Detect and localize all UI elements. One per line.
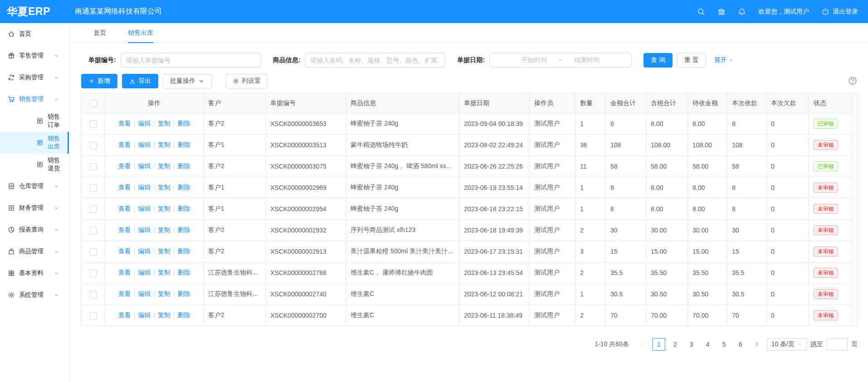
action-view-link[interactable]: 查看	[118, 247, 131, 255]
page-button-3[interactable]: 3	[685, 338, 698, 351]
sidebar-item-purchase[interactable]: 采购管理	[0, 67, 69, 88]
action-delete-link[interactable]: 删除	[177, 205, 190, 212]
logout-button[interactable]: 退出登录	[821, 8, 858, 16]
action-view-link[interactable]: 查看	[118, 269, 131, 276]
action-edit-link[interactable]: 编辑	[138, 184, 151, 191]
sidebar-subitem-sales-order[interactable]: 销售订单	[0, 110, 69, 132]
export-button[interactable]: 导出	[122, 74, 158, 88]
cell-amount: 30.5	[606, 284, 646, 305]
bank-icon[interactable]	[717, 8, 726, 16]
row-checkbox[interactable]	[90, 184, 97, 192]
action-copy-link[interactable]: 复制	[158, 120, 171, 127]
page-size-select[interactable]: 10 条/页	[767, 338, 807, 351]
action-copy-link[interactable]: 复制	[158, 247, 171, 255]
action-view-link[interactable]: 查看	[118, 226, 131, 233]
sidebar-item-goods[interactable]: 商品管理	[0, 241, 69, 262]
batch-actions-button[interactable]: 批量操作	[163, 74, 212, 88]
select-all-checkbox[interactable]	[90, 100, 97, 107]
action-copy-link[interactable]: 复制	[158, 226, 171, 233]
bell-icon[interactable]	[738, 8, 746, 16]
sidebar-item-finance[interactable]: 财务管理	[0, 197, 69, 219]
action-delete-link[interactable]: 删除	[177, 311, 190, 319]
row-checkbox[interactable]	[90, 163, 97, 170]
expand-filters-link[interactable]: 展开	[714, 56, 734, 64]
row-checkbox[interactable]	[90, 142, 97, 149]
product-info-input[interactable]	[305, 53, 445, 68]
page-button-4[interactable]: 4	[702, 338, 714, 351]
table-row: 查看|编辑|复制|删除江苏德鲁生物科...XSCK00000002740维生素C…	[82, 284, 852, 305]
bill-no-input[interactable]	[121, 53, 261, 68]
action-view-link[interactable]: 查看	[118, 184, 131, 191]
action-copy-link[interactable]: 复制	[158, 184, 171, 191]
row-checkbox[interactable]	[90, 121, 97, 128]
row-checkbox[interactable]	[90, 206, 97, 213]
table-scrollbar-gutter[interactable]	[852, 93, 858, 326]
row-checkbox[interactable]	[90, 312, 97, 319]
row-checkbox[interactable]	[90, 227, 97, 234]
action-delete-link[interactable]: 删除	[177, 120, 190, 127]
search-icon[interactable]	[697, 8, 705, 16]
help-button[interactable]	[848, 76, 857, 87]
action-edit-link[interactable]: 编辑	[138, 120, 151, 127]
action-edit-link[interactable]: 编辑	[138, 269, 151, 276]
action-delete-link[interactable]: 删除	[177, 269, 190, 276]
action-delete-link[interactable]: 删除	[177, 290, 190, 297]
logout-icon	[821, 8, 829, 16]
tab-sales-outbound[interactable]: 销售出库	[128, 23, 153, 43]
plus-icon	[88, 78, 95, 84]
add-button[interactable]: 新增	[81, 74, 117, 88]
sidebar-subitem-sales-outbound[interactable]: 销售出库	[0, 132, 69, 154]
action-view-link[interactable]: 查看	[118, 311, 131, 319]
action-edit-link[interactable]: 编辑	[138, 162, 151, 169]
sidebar-subitem-sales-return[interactable]: 销售退货	[0, 154, 69, 175]
action-view-link[interactable]: 查看	[118, 162, 131, 169]
action-edit-link[interactable]: 编辑	[138, 311, 151, 319]
gear-icon	[8, 291, 15, 299]
page-button-1[interactable]: 1	[653, 338, 665, 351]
jump-to-page-input[interactable]	[827, 338, 848, 351]
page-button-5[interactable]: 5	[718, 338, 731, 351]
action-edit-link[interactable]: 编辑	[138, 290, 151, 297]
action-copy-link[interactable]: 复制	[158, 290, 171, 297]
action-copy-link[interactable]: 复制	[158, 205, 171, 212]
prev-page-button[interactable]	[636, 338, 649, 351]
action-view-link[interactable]: 查看	[118, 205, 131, 212]
action-delete-link[interactable]: 删除	[177, 247, 190, 255]
action-edit-link[interactable]: 编辑	[138, 205, 151, 212]
page-button-2[interactable]: 2	[669, 338, 682, 351]
action-copy-link[interactable]: 复制	[158, 269, 171, 276]
sidebar-item-warehouse[interactable]: 仓库管理	[0, 175, 69, 197]
action-edit-link[interactable]: 编辑	[138, 141, 151, 148]
action-delete-link[interactable]: 删除	[177, 162, 190, 169]
action-separator: |	[134, 184, 136, 191]
date-range-input[interactable]: 开始时间 ~ 结束时间	[489, 53, 632, 68]
sidebar-item-basic[interactable]: 基本资料	[0, 262, 69, 284]
search-button[interactable]: 查 询	[644, 53, 673, 68]
sidebar-item-home[interactable]: 首页	[0, 23, 69, 45]
action-copy-link[interactable]: 复制	[158, 162, 171, 169]
page-button-6[interactable]: 6	[734, 338, 747, 351]
row-checkbox[interactable]	[90, 291, 97, 298]
action-delete-link[interactable]: 删除	[177, 184, 190, 191]
cell-debt: 0	[766, 135, 809, 156]
sidebar-item-sales[interactable]: 销售管理	[0, 88, 69, 110]
action-view-link[interactable]: 查看	[118, 141, 131, 148]
column-settings-button[interactable]: 列设置	[225, 74, 268, 88]
column-header-6: 数量	[575, 93, 606, 113]
sidebar-item-report[interactable]: 报表查询	[0, 219, 69, 241]
action-view-link[interactable]: 查看	[118, 120, 131, 127]
reset-button[interactable]: 重 置	[677, 53, 706, 68]
row-checkbox[interactable]	[90, 270, 97, 277]
action-view-link[interactable]: 查看	[118, 290, 131, 297]
tab-home[interactable]: 首页	[93, 23, 106, 43]
action-delete-link[interactable]: 删除	[177, 141, 190, 148]
sidebar-item-retail[interactable]: 零售管理	[0, 45, 69, 67]
action-edit-link[interactable]: 编辑	[138, 247, 151, 255]
row-checkbox[interactable]	[90, 248, 97, 256]
action-copy-link[interactable]: 复制	[158, 141, 171, 148]
action-copy-link[interactable]: 复制	[158, 311, 171, 319]
action-delete-link[interactable]: 删除	[177, 226, 190, 233]
action-edit-link[interactable]: 编辑	[138, 226, 151, 233]
sidebar-item-system[interactable]: 系统管理	[0, 284, 69, 306]
next-page-button[interactable]	[751, 338, 763, 351]
